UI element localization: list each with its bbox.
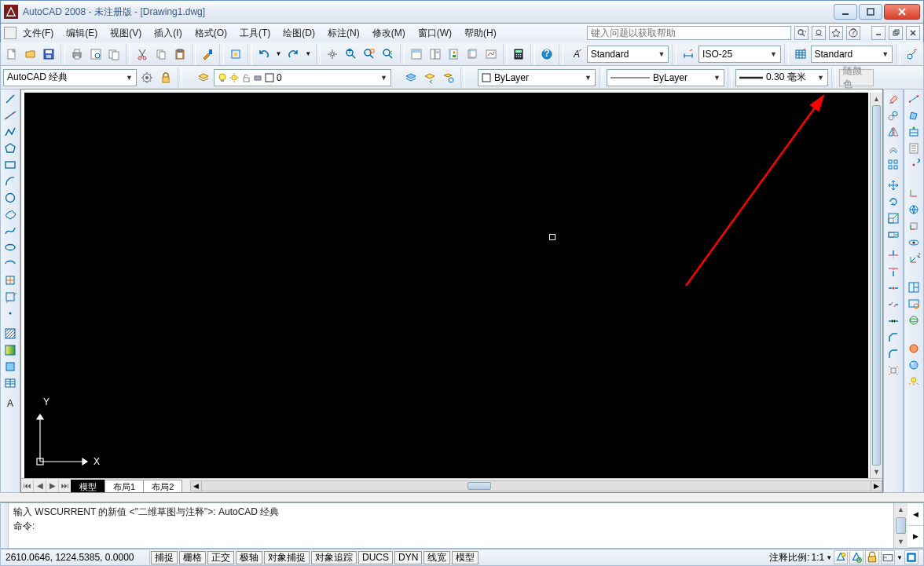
- stretch-icon[interactable]: [885, 227, 902, 243]
- new-icon[interactable]: [3, 46, 20, 63]
- mdi-close-button[interactable]: [906, 26, 920, 40]
- viewports-icon[interactable]: [905, 279, 922, 295]
- grid-toggle[interactable]: 栅格: [179, 551, 206, 564]
- region-icon[interactable]: [2, 359, 19, 374]
- tab-nav-first[interactable]: ⏮: [21, 480, 34, 492]
- id-point-icon[interactable]: xy: [905, 157, 922, 173]
- paste-icon[interactable]: [171, 46, 189, 63]
- close-button[interactable]: [884, 4, 920, 20]
- open-icon[interactable]: [22, 46, 39, 63]
- menu-tools[interactable]: 工具(T): [233, 25, 277, 42]
- spline-icon[interactable]: [2, 223, 19, 239]
- 3dorbit-icon[interactable]: [905, 312, 922, 328]
- publish-icon[interactable]: [106, 46, 123, 63]
- ucs-3point-icon[interactable]: 3: [905, 251, 922, 267]
- tab-nav-next[interactable]: ▶: [46, 480, 59, 492]
- gradient-icon[interactable]: [2, 342, 19, 358]
- ducs-toggle[interactable]: DUCS: [358, 551, 393, 564]
- maximize-button[interactable]: [859, 4, 882, 20]
- ellipse-icon[interactable]: [2, 239, 19, 255]
- revision-cloud-icon[interactable]: [2, 206, 19, 222]
- status-tray-icon[interactable]: [881, 550, 895, 564]
- menu-draw[interactable]: 绘图(D): [277, 25, 321, 42]
- menu-file[interactable]: 文件(F): [16, 25, 60, 42]
- annoscale-icon[interactable]: [834, 550, 848, 564]
- menu-edit[interactable]: 编辑(E): [60, 25, 104, 42]
- drawing-canvas[interactable]: X Y: [24, 93, 868, 478]
- rectangle-icon[interactable]: [2, 157, 19, 173]
- layer-states-icon[interactable]: [402, 69, 420, 86]
- ortho-toggle[interactable]: 正交: [207, 551, 234, 564]
- help-toolbar-icon[interactable]: ?: [538, 46, 556, 63]
- modelspace-toggle[interactable]: 模型: [452, 551, 478, 564]
- materials-icon[interactable]: [905, 357, 922, 373]
- polyline-icon[interactable]: [2, 124, 19, 140]
- trim-icon[interactable]: [885, 247, 902, 263]
- point-icon[interactable]: [2, 305, 19, 321]
- undo-icon[interactable]: [255, 46, 273, 63]
- textstyle-icon[interactable]: A: [568, 46, 585, 63]
- break-at-point-icon[interactable]: [885, 280, 902, 296]
- match-properties-icon[interactable]: [199, 46, 216, 63]
- plotstyle-combo[interactable]: 随颜色: [839, 69, 874, 86]
- favorites-icon[interactable]: [829, 26, 843, 40]
- copy-object-icon[interactable]: [885, 108, 902, 123]
- design-center-icon[interactable]: [427, 46, 444, 63]
- offset-icon[interactable]: [885, 141, 902, 156]
- lights-icon[interactable]: [905, 374, 922, 389]
- tab-nav-prev[interactable]: ◀: [34, 480, 46, 492]
- search-dropdown-button[interactable]: [794, 26, 808, 40]
- cut-icon[interactable]: [134, 46, 151, 63]
- command-grip[interactable]: [1, 503, 9, 548]
- lineweight-combo[interactable]: 0.30 毫米 ▼: [735, 69, 828, 86]
- canvas-scrollbar-horizontal[interactable]: ◀▶: [190, 480, 882, 491]
- make-block-icon[interactable]: [2, 289, 19, 305]
- help-icon[interactable]: ?: [846, 26, 860, 40]
- polar-toggle[interactable]: 极轴: [236, 551, 262, 564]
- tablestyle-combo[interactable]: Standard▼: [811, 46, 893, 63]
- region-mass-icon[interactable]: [905, 124, 922, 140]
- undo-dropdown[interactable]: ▼: [274, 46, 284, 63]
- save-icon[interactable]: [40, 46, 57, 63]
- tab-layout2[interactable]: 布局2: [143, 480, 182, 492]
- tab-model[interactable]: 模型: [71, 480, 105, 492]
- tablestyle-icon[interactable]: [792, 46, 809, 63]
- ucs-view-icon[interactable]: [905, 235, 922, 250]
- ucs-object-icon[interactable]: [905, 218, 922, 234]
- minimize-button[interactable]: [834, 4, 857, 20]
- insert-block-icon[interactable]: [2, 272, 19, 288]
- workspace-lock-icon[interactable]: [157, 69, 174, 86]
- block-editor-icon[interactable]: [227, 46, 244, 63]
- erase-icon[interactable]: [885, 91, 902, 107]
- tab-layout1[interactable]: 布局1: [104, 480, 144, 492]
- list-icon[interactable]: [905, 141, 922, 156]
- multileader-style-icon[interactable]: [904, 46, 921, 63]
- ucs-world-icon[interactable]: [905, 202, 922, 217]
- explode-icon[interactable]: [885, 363, 902, 378]
- break-icon[interactable]: [885, 297, 902, 312]
- menu-window[interactable]: 窗口(W): [412, 25, 458, 42]
- layer-match-icon[interactable]: [440, 69, 457, 86]
- lwt-toggle[interactable]: 线宽: [424, 551, 450, 564]
- move-icon[interactable]: [885, 177, 902, 193]
- area-icon[interactable]: [905, 108, 922, 123]
- array-icon[interactable]: [885, 157, 902, 173]
- comm-center-icon[interactable]: [812, 26, 826, 40]
- sheet-set-icon[interactable]: [464, 46, 481, 63]
- dimstyle-icon[interactable]: [680, 46, 697, 63]
- chamfer-icon[interactable]: [885, 330, 902, 345]
- mirror-icon[interactable]: [885, 124, 902, 140]
- distance-icon[interactable]: [905, 91, 922, 107]
- scale-icon[interactable]: [885, 210, 902, 226]
- tool-palettes-icon[interactable]: [445, 46, 462, 63]
- construction-line-icon[interactable]: [2, 108, 19, 123]
- pan-icon[interactable]: [324, 46, 341, 63]
- dimstyle-combo[interactable]: ISO-25▼: [698, 46, 781, 63]
- menu-help[interactable]: 帮助(H): [458, 25, 503, 42]
- workspace-combo[interactable]: AutoCAD 经典▼: [3, 69, 137, 86]
- workspace-settings-icon[interactable]: [138, 69, 156, 86]
- menu-view[interactable]: 视图(V): [104, 25, 148, 42]
- zoom-previous-icon[interactable]: [380, 46, 397, 63]
- redo-icon[interactable]: [284, 46, 302, 63]
- zoom-window-icon[interactable]: [361, 46, 378, 63]
